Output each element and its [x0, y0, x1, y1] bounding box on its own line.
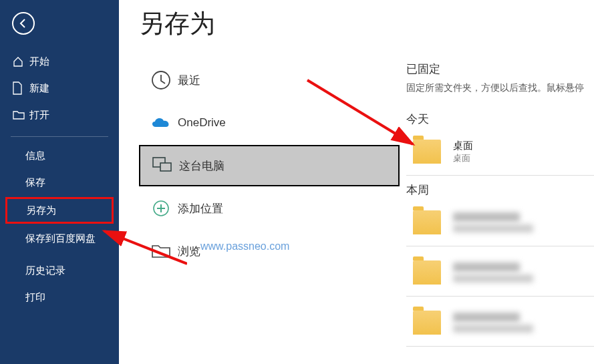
sidebar-item-label: 信息: [25, 150, 45, 162]
location-label: 浏览: [178, 244, 200, 259]
location-label: 这台电脑: [179, 158, 225, 174]
this-week-heading: 本周: [406, 182, 594, 198]
sidebar-item-label: 另存为: [26, 204, 56, 217]
pc-icon: [146, 156, 179, 176]
sidebar-item-label: 打印: [25, 291, 45, 304]
save-locations-list: 最近 OneDrive 这台电脑 添加位置 浏览: [139, 59, 400, 272]
folder-open-icon: [12, 110, 29, 120]
folder-item[interactable]: [406, 203, 594, 242]
folder-icon: [413, 210, 441, 234]
location-label: OneDrive: [178, 116, 226, 130]
main-content: 另存为 最近 OneDrive 这台电脑 添加位置: [119, 0, 594, 364]
location-add-place[interactable]: 添加位置: [139, 188, 400, 229]
sidebar-item-history[interactable]: 历史记录: [0, 257, 119, 284]
page-title: 另存为: [139, 7, 400, 41]
pinned-heading: 已固定: [406, 61, 594, 77]
arrow-left-icon: [17, 17, 29, 29]
folder-item-desktop[interactable]: 桌面 桌面: [406, 132, 594, 171]
divider: [406, 246, 594, 246]
location-browse[interactable]: 浏览: [139, 230, 400, 272]
sidebar-item-label: 新建: [29, 82, 49, 95]
sidebar-item-home[interactable]: 开始: [0, 48, 119, 75]
home-icon: [12, 55, 29, 67]
sidebar-item-label: 保存到百度网盘: [25, 232, 96, 245]
folder-path: 桌面: [453, 152, 473, 164]
sidebar-item-label: 保存: [25, 176, 45, 189]
sidebar-item-save-as[interactable]: 另存为: [5, 197, 114, 224]
folder-icon: [413, 260, 441, 285]
divider: [406, 296, 594, 297]
document-icon: [12, 81, 29, 95]
folder-icon: [413, 140, 441, 164]
pinned-description: 固定所需文件夹，方便以后查找。鼠标悬停: [406, 82, 594, 94]
folder-icon: [144, 242, 178, 260]
divider: [406, 346, 594, 347]
location-onedrive[interactable]: OneDrive: [139, 102, 400, 144]
location-label: 最近: [178, 73, 200, 88]
add-place-icon: [144, 198, 178, 219]
sidebar-item-save[interactable]: 保存: [0, 169, 119, 196]
sidebar-item-label: 历史记录: [25, 264, 65, 277]
folder-item[interactable]: [406, 303, 594, 342]
sidebar-item-label: 开始: [29, 55, 49, 68]
divider: [406, 175, 594, 176]
sidebar-item-info[interactable]: 信息: [0, 142, 119, 169]
folder-item[interactable]: [406, 253, 594, 292]
location-label: 添加位置: [178, 201, 223, 216]
back-button[interactable]: [12, 12, 35, 35]
today-heading: 今天: [406, 112, 594, 127]
location-recent[interactable]: 最近: [139, 59, 400, 101]
folder-name: 桌面: [453, 140, 473, 152]
backstage-sidebar: 开始 新建 打开 信息 保存 另存为 保存到百度网盘 历史记录 打印: [0, 0, 119, 364]
location-this-pc[interactable]: 这台电脑: [139, 145, 400, 186]
onedrive-icon: [144, 115, 178, 131]
clock-icon: [144, 69, 178, 92]
svg-rect-2: [160, 163, 171, 171]
sidebar-item-new[interactable]: 新建: [0, 75, 119, 102]
sidebar-item-label: 打开: [29, 109, 49, 122]
sidebar-item-save-baidu[interactable]: 保存到百度网盘: [0, 225, 119, 252]
sidebar-item-open[interactable]: 打开: [0, 102, 119, 128]
folder-icon: [413, 311, 441, 335]
sidebar-item-print[interactable]: 打印: [0, 284, 119, 311]
